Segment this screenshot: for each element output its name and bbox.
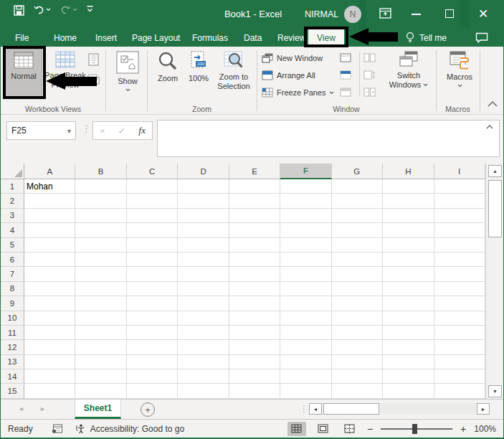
row-header-14[interactable]: 14 xyxy=(1,369,24,384)
formula-bar-resize-handle[interactable]: ⋮ xyxy=(82,123,91,134)
cell-C10[interactable] xyxy=(127,311,178,326)
cell-D11[interactable] xyxy=(178,326,229,340)
save-button[interactable] xyxy=(14,5,24,16)
cell-E11[interactable] xyxy=(229,326,280,340)
cell-D8[interactable] xyxy=(178,282,229,296)
show-group-button[interactable]: Show xyxy=(110,49,146,92)
cell-H15[interactable] xyxy=(383,384,434,398)
cell-B11[interactable] xyxy=(75,326,126,340)
cell-D12[interactable] xyxy=(178,340,229,354)
next-sheet-button[interactable]: ► xyxy=(39,405,46,412)
row-header-2[interactable]: 2 xyxy=(1,194,24,208)
cell-F7[interactable] xyxy=(280,267,331,281)
cell-G6[interactable] xyxy=(332,252,383,267)
zoom-percent[interactable]: 100% xyxy=(474,424,496,434)
cell-B12[interactable] xyxy=(75,340,126,354)
row-header-8[interactable]: 8 xyxy=(1,282,24,296)
cell-H7[interactable] xyxy=(383,267,434,281)
cell-D7[interactable] xyxy=(178,267,229,281)
name-box-dropdown-icon[interactable]: ▾ xyxy=(67,127,71,135)
cell-E3[interactable] xyxy=(229,209,280,223)
cell-G9[interactable] xyxy=(332,296,383,311)
split-button[interactable] xyxy=(339,52,351,63)
cell-H4[interactable] xyxy=(383,223,434,237)
cell-I14[interactable] xyxy=(434,369,485,384)
customize-quick-access-button[interactable] xyxy=(87,5,93,12)
cell-D2[interactable] xyxy=(178,194,229,208)
cell-H12[interactable] xyxy=(383,340,434,354)
view-side-by-side-button[interactable] xyxy=(363,52,376,63)
close-button[interactable]: ✕ xyxy=(478,6,488,23)
cell-G10[interactable] xyxy=(332,311,383,326)
row-header-7[interactable]: 7 xyxy=(1,267,24,281)
avatar[interactable]: N xyxy=(344,6,361,23)
cell-H11[interactable] xyxy=(383,326,434,340)
zoom-slider[interactable] xyxy=(381,424,452,434)
zoom-slider-thumb[interactable] xyxy=(412,424,417,434)
column-header-B[interactable]: B xyxy=(75,164,126,179)
zoom-button[interactable]: Zoom xyxy=(151,49,185,83)
row-header-13[interactable]: 13 xyxy=(1,355,24,369)
cell-B6[interactable] xyxy=(75,252,126,267)
cell-I4[interactable] xyxy=(434,223,485,237)
horizontal-scrollbar-thumb[interactable] xyxy=(323,403,379,415)
cell-G5[interactable] xyxy=(332,238,383,252)
cell-E7[interactable] xyxy=(229,267,280,281)
cell-E10[interactable] xyxy=(229,311,280,326)
cell-B13[interactable] xyxy=(75,355,126,369)
cell-D3[interactable] xyxy=(178,209,229,223)
cell-B15[interactable] xyxy=(75,384,126,398)
cell-A5[interactable] xyxy=(24,238,75,252)
cell-A11[interactable] xyxy=(24,326,75,340)
insert-function-button[interactable]: fx xyxy=(138,125,146,136)
cell-D10[interactable] xyxy=(178,311,229,326)
custom-views-button[interactable] xyxy=(87,74,100,85)
unhide-button[interactable] xyxy=(339,87,351,98)
cell-B1[interactable] xyxy=(75,179,126,194)
cell-B3[interactable] xyxy=(75,209,126,223)
cell-F3[interactable] xyxy=(280,209,331,223)
cell-E14[interactable] xyxy=(229,369,280,384)
cell-I13[interactable] xyxy=(434,355,485,369)
cell-D9[interactable] xyxy=(178,296,229,311)
cell-E6[interactable] xyxy=(229,252,280,267)
cell-I6[interactable] xyxy=(434,252,485,267)
cell-A4[interactable] xyxy=(24,223,75,237)
cell-G8[interactable] xyxy=(332,282,383,296)
cell-I1[interactable] xyxy=(434,179,485,194)
cell-A7[interactable] xyxy=(24,267,75,281)
cell-I2[interactable] xyxy=(434,194,485,208)
cell-C2[interactable] xyxy=(127,194,178,208)
collapse-formula-bar-button[interactable] xyxy=(486,125,493,129)
zoom-to-selection-button[interactable]: Zoom to Selection xyxy=(212,49,255,91)
cell-A10[interactable] xyxy=(24,311,75,326)
cell-A15[interactable] xyxy=(24,384,75,398)
cell-I3[interactable] xyxy=(434,209,485,223)
cell-H3[interactable] xyxy=(383,209,434,223)
cell-H2[interactable] xyxy=(383,194,434,208)
cell-C15[interactable] xyxy=(127,384,178,398)
row-header-3[interactable]: 3 xyxy=(1,209,24,223)
cell-D15[interactable] xyxy=(178,384,229,398)
cell-H8[interactable] xyxy=(383,282,434,296)
column-header-C[interactable]: C xyxy=(127,164,178,179)
cell-I7[interactable] xyxy=(434,267,485,281)
cell-F4[interactable] xyxy=(280,223,331,237)
row-header-1[interactable]: 1 xyxy=(1,179,24,194)
row-header-6[interactable]: 6 xyxy=(1,252,24,267)
cell-F14[interactable] xyxy=(280,369,331,384)
cell-C4[interactable] xyxy=(127,223,178,237)
cell-F13[interactable] xyxy=(280,355,331,369)
cell-B2[interactable] xyxy=(75,194,126,208)
tab-data[interactable]: Data xyxy=(242,29,263,47)
accessibility-status[interactable]: Accessibility: Good to go xyxy=(90,424,184,434)
cell-B5[interactable] xyxy=(75,238,126,252)
freeze-panes-button[interactable]: Freeze Panes xyxy=(262,86,334,99)
macros-button[interactable]: Macros xyxy=(439,49,480,88)
cell-A2[interactable] xyxy=(24,194,75,208)
tab-home[interactable]: Home xyxy=(52,29,78,47)
row-header-10[interactable]: 10 xyxy=(1,311,24,326)
normal-view-shortcut[interactable] xyxy=(287,422,306,436)
cell-A1[interactable]: Mohan xyxy=(24,179,75,194)
cell-G1[interactable] xyxy=(332,179,383,194)
